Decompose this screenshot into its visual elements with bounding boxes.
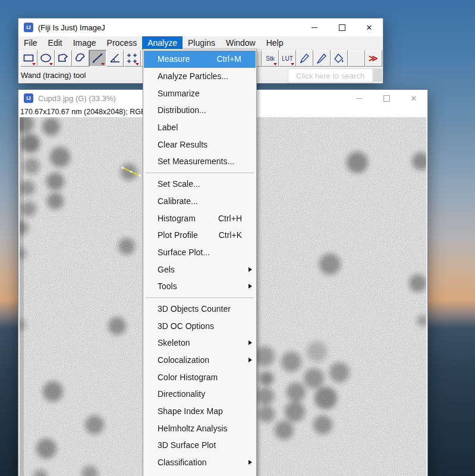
menu-item-classification[interactable]: Classification	[143, 454, 256, 471]
menubar-item-analyze[interactable]: Analyze	[142, 36, 183, 49]
search-grip[interactable]	[373, 68, 382, 82]
lut-tool[interactable]: LUT	[279, 50, 296, 67]
polygon-tool[interactable]	[55, 50, 72, 67]
stack-tool-label: Stk	[266, 55, 274, 62]
fill-tool-icon	[332, 52, 346, 65]
freehand-tool-icon	[74, 52, 87, 65]
lut-tool-label: LUT	[282, 55, 293, 62]
point-tool[interactable]	[124, 50, 141, 67]
menubar-item-edit[interactable]: Edit	[43, 36, 68, 49]
maximize-icon	[383, 95, 390, 102]
menu-item-color-histogram[interactable]: Color Histogram	[143, 368, 256, 386]
measure-line-handle[interactable]	[130, 171, 132, 173]
submenu-arrow-icon	[248, 267, 252, 272]
menu-item-summarize[interactable]: Summarize	[143, 84, 256, 102]
submenu-arrow-icon	[248, 460, 252, 465]
imagej-app-icon: IJ	[24, 23, 33, 32]
menu-item-shortcut: Ctrl+M	[216, 54, 251, 64]
menu-item-label: 3D OC Options	[158, 321, 214, 331]
image-minimize-button[interactable]	[345, 90, 373, 107]
menu-item-label: Clear Results	[158, 140, 207, 149]
tool-dropdown-triangle-icon	[136, 63, 139, 65]
menubar-item-window[interactable]: Window	[221, 36, 261, 49]
menu-item-clear-results[interactable]: Clear Results	[143, 136, 256, 153]
menu-item-directionality[interactable]: Directionality	[143, 386, 256, 403]
menu-item-analyze-particles[interactable]: Analyze Particles...	[143, 68, 256, 85]
menu-item-label: Measure	[158, 54, 190, 64]
menubar-item-plugins[interactable]: Plugins	[183, 36, 221, 49]
menu-item-colocalization[interactable]: Colocalization	[143, 352, 256, 369]
menu-item-label: Directionality	[158, 389, 205, 399]
angle-tool-icon	[108, 52, 122, 65]
brush-tool[interactable]	[313, 50, 331, 67]
menu-item-calibrate[interactable]: Calibrate...	[143, 193, 256, 210]
svg-text:≫: ≫	[369, 53, 378, 63]
menu-item-set-scale[interactable]: Set Scale...	[143, 176, 256, 193]
menu-item-surface-plot[interactable]: Surface Plot...	[143, 244, 256, 261]
menu-item-gels[interactable]: Gels	[143, 261, 256, 278]
menu-item-label: 3D Surface Plot	[158, 440, 216, 450]
menu-item-set-measurements[interactable]: Set Measurements...	[143, 153, 256, 170]
menu-item-label: Gels	[158, 265, 175, 274]
tool-dropdown-triangle-icon	[49, 63, 53, 65]
angle-tool[interactable]	[106, 50, 124, 67]
menu-item-label: 3D Objects Counter	[158, 304, 231, 314]
menu-item-shortcut: Ctrl+K	[219, 230, 251, 240]
main-window-title: (Fiji Is Just) ImageJ	[38, 23, 105, 32]
menu-item-label: Distribution...	[158, 105, 206, 115]
maximize-button[interactable]	[328, 18, 356, 36]
image-maximize-button[interactable]	[373, 90, 400, 107]
menu-item-label: Analyze Particles...	[158, 71, 228, 81]
fill-tool[interactable]	[331, 50, 348, 67]
menu-item-helmholtz-analysis[interactable]: Helmholtz Analysis	[143, 419, 256, 437]
menu-item-label: Surface Plot...	[158, 248, 210, 257]
menu-item-label: Set Measurements...	[158, 156, 234, 166]
empty-tool-slot[interactable]	[348, 50, 365, 67]
main-titlebar[interactable]: IJ (Fiji Is Just) ImageJ ✕	[18, 18, 383, 36]
brush-tool-icon	[315, 52, 329, 65]
menu-item-3d-oc-options[interactable]: 3D OC Options	[143, 317, 256, 334]
image-close-button[interactable]: ✕	[400, 90, 427, 107]
menu-item-label: Summarize	[158, 89, 200, 98]
maximize-icon	[339, 24, 345, 31]
menu-item-histogram[interactable]: HistogramCtrl+H	[143, 209, 256, 227]
menubar-item-file[interactable]: File	[18, 36, 43, 49]
menubar-item-image[interactable]: Image	[68, 36, 102, 49]
tool-dropdown-triangle-icon	[32, 63, 36, 65]
menu-item-3d-surface-plot[interactable]: 3D Surface Plot	[143, 437, 256, 454]
stack-tool[interactable]: Stk	[262, 50, 279, 67]
minimize-button[interactable]	[301, 18, 328, 36]
status-text: Wand (tracing) tool	[21, 71, 86, 80]
search-input[interactable]: Click here to search	[288, 68, 373, 83]
rectangle-tool[interactable]	[20, 50, 37, 67]
menu-item-distribution[interactable]: Distribution...	[143, 102, 256, 119]
menu-separator	[143, 170, 256, 176]
menu-item-3d-objects-counter[interactable]: 3D Objects Counter	[143, 300, 256, 318]
minimize-icon	[312, 27, 317, 28]
pencil-tool[interactable]	[296, 50, 313, 67]
menu-item-label: Label	[158, 123, 178, 132]
menubar-item-help[interactable]: Help	[261, 36, 289, 49]
polygon-tool-icon	[56, 52, 70, 65]
menu-item-measure[interactable]: MeasureCtrl+M	[144, 51, 256, 68]
close-icon: ✕	[366, 24, 373, 32]
search-placeholder: Click here to search	[296, 71, 364, 80]
menu-item-label[interactable]: Label	[143, 119, 256, 136]
measure-line-handle[interactable]	[139, 175, 141, 177]
oval-tool[interactable]	[37, 50, 55, 67]
measure-line-handle[interactable]	[122, 167, 124, 169]
menu-item-label: Color Histogram	[158, 372, 218, 382]
menu-item-tools[interactable]: Tools	[143, 278, 256, 295]
more-tools[interactable]: ≫	[365, 50, 382, 67]
close-button[interactable]: ✕	[356, 18, 383, 36]
menubar-item-process[interactable]: Process	[102, 36, 143, 49]
menu-item-label: Classification	[158, 458, 206, 467]
menu-item-plot-profile[interactable]: Plot ProfileCtrl+K	[143, 227, 256, 244]
freehand-tool[interactable]	[72, 50, 89, 67]
submenu-arrow-icon	[248, 358, 252, 362]
menu-item-label: Shape Index Map	[158, 406, 223, 416]
line-tool[interactable]	[89, 50, 106, 67]
minimize-icon	[356, 98, 362, 99]
menu-item-shape-index-map[interactable]: Shape Index Map	[143, 403, 256, 420]
menu-item-skeleton[interactable]: Skeleton	[143, 334, 256, 352]
